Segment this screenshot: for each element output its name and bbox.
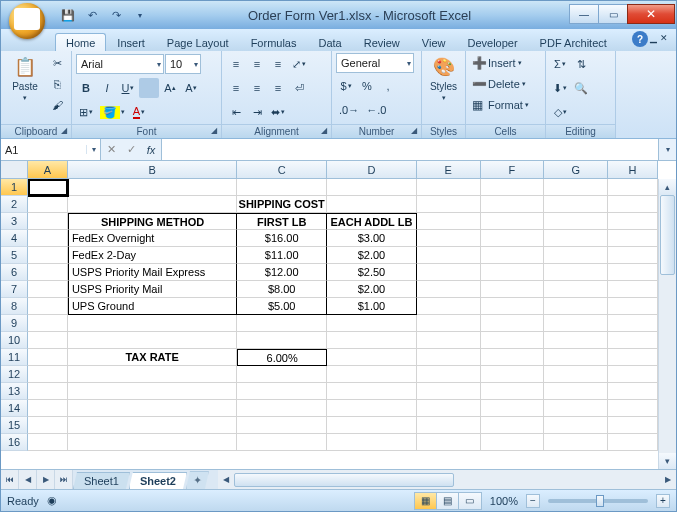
clear-icon[interactable]: ◇ [550, 102, 570, 122]
bold-button[interactable]: B [76, 78, 96, 98]
cell[interactable] [608, 264, 658, 281]
scroll-thumb[interactable] [660, 195, 675, 275]
cell[interactable] [68, 179, 237, 196]
cell[interactable] [68, 417, 237, 434]
cell[interactable] [481, 230, 545, 247]
cell[interactable] [417, 247, 481, 264]
row-header-9[interactable]: 9 [1, 315, 28, 332]
row-header-16[interactable]: 16 [1, 434, 28, 451]
cancel-formula-icon[interactable]: ✕ [101, 143, 121, 156]
comma-format-icon[interactable]: , [378, 76, 398, 96]
cell[interactable] [544, 315, 608, 332]
cell[interactable] [417, 264, 481, 281]
sheet-nav-first-icon[interactable]: ⏮ [1, 470, 19, 489]
new-sheet-button[interactable]: ✦ [186, 471, 209, 489]
cell[interactable] [28, 417, 68, 434]
cell[interactable] [481, 332, 545, 349]
cell[interactable] [327, 315, 417, 332]
font-size-combo[interactable]: 10 [165, 54, 201, 74]
enter-formula-icon[interactable]: ✓ [121, 143, 141, 156]
tab-insert[interactable]: Insert [106, 33, 156, 51]
cell[interactable]: EACH ADDL LB [327, 213, 417, 230]
cell[interactable] [608, 332, 658, 349]
accounting-format-icon[interactable]: $ [336, 76, 356, 96]
cell[interactable] [28, 247, 68, 264]
cell[interactable] [544, 179, 608, 196]
select-all-corner[interactable] [1, 161, 28, 179]
cell[interactable]: $5.00 [237, 298, 327, 315]
col-header-C[interactable]: C [237, 161, 327, 179]
cell[interactable] [481, 264, 545, 281]
cell[interactable] [68, 383, 237, 400]
cell[interactable]: $1.00 [327, 298, 417, 315]
cell[interactable] [544, 332, 608, 349]
align-left-icon[interactable]: ≡ [226, 78, 246, 98]
cell[interactable]: FedEx 2-Day [68, 247, 237, 264]
close-button[interactable]: ✕ [627, 4, 675, 24]
cell[interactable] [327, 417, 417, 434]
zoom-knob[interactable] [596, 495, 604, 507]
cell[interactable]: 6.00% [237, 349, 327, 366]
copy-icon[interactable]: ⎘ [47, 74, 67, 94]
cell[interactable] [28, 230, 68, 247]
row-header-6[interactable]: 6 [1, 264, 28, 281]
cell[interactable] [481, 315, 545, 332]
cell[interactable] [608, 315, 658, 332]
find-select-icon[interactable]: 🔍 [571, 78, 591, 98]
cell[interactable] [28, 281, 68, 298]
macro-record-icon[interactable]: ◉ [47, 494, 57, 507]
col-header-D[interactable]: D [327, 161, 417, 179]
cell[interactable] [608, 213, 658, 230]
increase-decimal-icon[interactable]: .0→ [336, 100, 362, 120]
cell[interactable] [28, 434, 68, 451]
cell[interactable] [481, 349, 545, 366]
cell[interactable] [68, 434, 237, 451]
maximize-button[interactable]: ▭ [598, 4, 628, 24]
wrap-text-icon[interactable]: ⏎ [289, 78, 309, 98]
cell[interactable] [544, 196, 608, 213]
tab-pdf-architect[interactable]: PDF Architect [529, 33, 618, 51]
cell[interactable] [608, 417, 658, 434]
cell[interactable] [481, 281, 545, 298]
cell[interactable] [544, 247, 608, 264]
row-header-5[interactable]: 5 [1, 247, 28, 264]
tab-page-layout[interactable]: Page Layout [156, 33, 240, 51]
cell[interactable]: $2.00 [327, 281, 417, 298]
cell[interactable] [544, 383, 608, 400]
undo-icon[interactable]: ↶ [83, 6, 101, 24]
delete-cells-button[interactable]: ➖Delete▾ [470, 74, 528, 94]
cell[interactable] [237, 417, 327, 434]
cell[interactable] [417, 332, 481, 349]
percent-format-icon[interactable]: % [357, 76, 377, 96]
clipboard-launcher-icon[interactable]: ◢ [59, 126, 69, 136]
cell[interactable] [68, 315, 237, 332]
cell[interactable] [68, 400, 237, 417]
cell[interactable] [481, 298, 545, 315]
zoom-slider[interactable] [548, 499, 648, 503]
sheet-tab-sheet2[interactable]: Sheet2 [129, 472, 187, 489]
align-top-icon[interactable]: ≡ [226, 54, 246, 74]
format-painter-icon[interactable]: 🖌 [47, 95, 67, 115]
scroll-right-icon[interactable]: ▶ [660, 472, 676, 488]
border-button[interactable]: ⊞ [76, 102, 96, 122]
cell[interactable] [417, 417, 481, 434]
cell[interactable] [481, 434, 545, 451]
sheet-nav-last-icon[interactable]: ⏭ [55, 470, 73, 489]
cell[interactable]: $11.00 [237, 247, 327, 264]
cell[interactable]: $2.00 [327, 247, 417, 264]
redo-icon[interactable]: ↷ [107, 6, 125, 24]
align-right-icon[interactable]: ≡ [268, 78, 288, 98]
cell[interactable] [327, 400, 417, 417]
tab-developer[interactable]: Developer [456, 33, 528, 51]
cell[interactable] [417, 230, 481, 247]
minimize-ribbon-icon[interactable]: ▁ ✕ [650, 33, 668, 43]
cell[interactable] [481, 383, 545, 400]
zoom-in-button[interactable]: + [656, 494, 670, 508]
cell[interactable]: USPS Priority Mail Express [68, 264, 237, 281]
insert-function-icon[interactable]: fx [141, 144, 161, 156]
cell[interactable]: USPS Priority Mail [68, 281, 237, 298]
cut-icon[interactable]: ✂ [47, 53, 67, 73]
cell[interactable]: FIRST LB [237, 213, 327, 230]
increase-indent-icon[interactable]: ⇥ [247, 102, 267, 122]
number-format-combo[interactable]: General [336, 53, 414, 73]
